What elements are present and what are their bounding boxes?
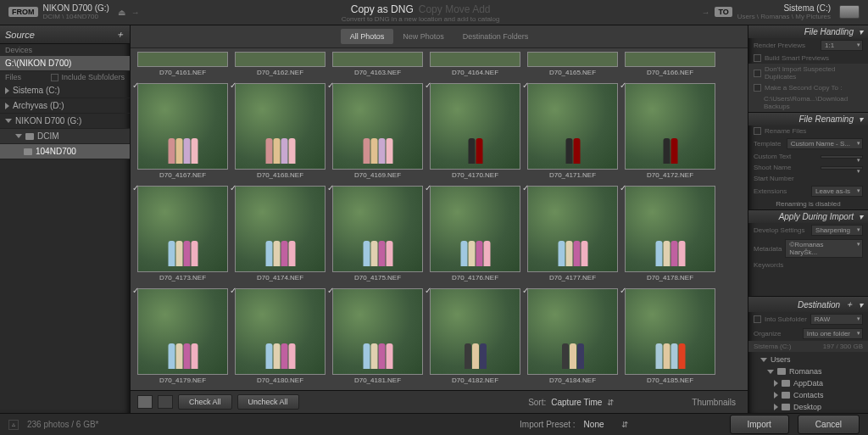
thumb-image[interactable]	[527, 83, 618, 170]
thumb-image[interactable]	[625, 52, 715, 67]
thumbnail[interactable]: ✓D70_4182.NEF	[430, 288, 520, 386]
render-previews-select[interactable]: 1:1	[821, 40, 863, 51]
import-mode-actions[interactable]: Copy Move Add	[419, 3, 491, 15]
dest-drive[interactable]: Sistema (C:)	[754, 343, 791, 350]
thumb-image[interactable]	[430, 52, 520, 67]
chevron-down-icon[interactable]: ▾	[859, 212, 863, 221]
into-subfolder-input[interactable]: RAW	[810, 314, 863, 325]
dest-contacts[interactable]: Contacts	[748, 389, 868, 401]
thumb-image[interactable]	[137, 52, 228, 67]
thumbnail[interactable]: ✓D70_4167.NEF	[137, 83, 228, 181]
thumb-image[interactable]	[527, 288, 618, 375]
dest-users[interactable]: Users	[748, 354, 868, 365]
folder-dcim[interactable]: DCIM	[0, 129, 130, 144]
thumbnail[interactable]: D70_4163.NEF	[332, 52, 423, 78]
thumb-image[interactable]	[137, 83, 228, 170]
thumbnail[interactable]: ✓D70_4178.NEF	[625, 186, 715, 283]
grid-view-icon[interactable]	[137, 395, 153, 409]
thumb-image[interactable]	[332, 83, 423, 170]
thumbnail[interactable]: D70_4161.NEF	[137, 52, 228, 78]
custom-text-input[interactable]	[821, 155, 863, 159]
drive-sistema[interactable]: Sistema (C:)	[0, 83, 130, 98]
build-smart-checkbox[interactable]	[754, 54, 761, 62]
thumbnail[interactable]: ✓D70_4176.NEF	[430, 186, 520, 283]
thumbnail[interactable]: ✓D70_4174.NEF	[235, 186, 326, 283]
import-mode-title[interactable]: Copy as DNG	[351, 3, 414, 15]
thumbnail[interactable]: D70_4162.NEF	[235, 52, 326, 78]
into-subfolder-checkbox[interactable]	[754, 315, 761, 323]
tab-destination-folders[interactable]: Destination Folders	[453, 29, 538, 44]
drive-archyvas[interactable]: Archyvas (D:)	[0, 98, 130, 114]
thumbnail[interactable]: ✓D70_4180.NEF	[235, 288, 326, 386]
thumb-image[interactable]	[332, 288, 423, 375]
check-all-button[interactable]: Check All	[178, 394, 232, 410]
chevron-down-icon[interactable]: ▾	[859, 27, 863, 36]
extensions-select[interactable]: Leave as-is	[811, 186, 863, 197]
thumb-image[interactable]	[235, 186, 326, 272]
thumb-image[interactable]	[235, 52, 326, 67]
thumb-image[interactable]	[527, 52, 618, 67]
thumb-image[interactable]	[430, 288, 520, 375]
device-row-selected[interactable]: G:\(NIKON D700)	[0, 56, 130, 71]
thumbnail[interactable]: ✓D70_4175.NEF	[332, 186, 423, 283]
thumb-image[interactable]	[430, 83, 520, 170]
thumbnail[interactable]: ✓D70_4179.NEF	[137, 288, 228, 386]
rename-files-checkbox[interactable]	[754, 127, 761, 135]
sort-value[interactable]: Capture Time	[551, 398, 602, 407]
thumbnail[interactable]: ✓D70_4177.NEF	[527, 186, 618, 283]
thumb-image[interactable]	[137, 288, 228, 375]
thumbnail[interactable]: ✓D70_4181.NEF	[332, 288, 423, 386]
thumb-image[interactable]	[137, 186, 228, 272]
cancel-button[interactable]: Cancel	[798, 415, 860, 434]
uncheck-all-button[interactable]: Uncheck All	[237, 394, 299, 410]
thumbnail[interactable]: ✓D70_4184.NEF	[527, 288, 618, 386]
organize-select[interactable]: Into one folder	[803, 328, 863, 339]
thumb-image[interactable]	[625, 186, 715, 272]
thumb-image[interactable]	[430, 186, 520, 272]
thumb-image[interactable]	[332, 186, 423, 272]
thumbnail[interactable]: ✓D70_4173.NEF	[137, 186, 228, 283]
thumbnail[interactable]: ✓D70_4172.NEF	[625, 83, 715, 181]
chevron-down-icon[interactable]: ▾	[859, 114, 863, 124]
from-device[interactable]: NIKON D700 (G:)	[43, 3, 109, 13]
plus-icon[interactable]: ＋	[845, 298, 854, 310]
thumbnail[interactable]: ✓D70_4170.NEF	[430, 83, 520, 181]
dest-romanas[interactable]: Romanas	[748, 365, 868, 377]
thumb-image[interactable]	[235, 288, 326, 375]
apply-during-import-header[interactable]: Apply During Import	[779, 212, 854, 221]
thumbnail[interactable]: D70_4165.NEF	[527, 52, 618, 78]
dest-appdata[interactable]: AppData	[748, 377, 868, 389]
thumb-image[interactable]	[235, 83, 326, 170]
second-copy-checkbox[interactable]	[754, 84, 761, 92]
no-dupes-checkbox[interactable]	[754, 70, 761, 77]
chevron-up-down-icon[interactable]: ⇵	[621, 420, 628, 429]
metadata-select[interactable]: ©Romanas NaryŠk...	[785, 239, 863, 258]
folder-104nd700[interactable]: 104ND700	[0, 144, 130, 159]
file-renaming-header[interactable]: File Renaming	[799, 114, 854, 124]
thumb-image[interactable]	[625, 83, 715, 170]
thumbnail[interactable]: ✓D70_4169.NEF	[332, 83, 423, 181]
eject-icon[interactable]: ⏏	[118, 8, 126, 16]
tab-all-photos[interactable]: All Photos	[341, 29, 394, 44]
chevron-down-icon[interactable]: ▾	[859, 300, 863, 310]
dest-desktop[interactable]: Desktop	[748, 401, 868, 413]
to-device[interactable]: Sistema (C:)	[737, 3, 831, 13]
destination-header[interactable]: Destination	[798, 300, 840, 310]
import-button[interactable]: Import	[730, 415, 789, 434]
thumbnail[interactable]: ✓D70_4168.NEF	[235, 83, 326, 181]
file-handling-header[interactable]: File Handling	[804, 27, 854, 36]
loupe-view-icon[interactable]	[158, 395, 173, 409]
thumbnail[interactable]: D70_4164.NEF	[430, 52, 520, 78]
thumb-image[interactable]	[527, 186, 618, 272]
template-select[interactable]: Custom Name - S...	[787, 138, 863, 149]
drive-nikon[interactable]: NIKON D700 (G:)	[0, 114, 130, 129]
develop-settings-select[interactable]: Sharpening	[811, 225, 863, 236]
collapse-icon[interactable]: ▵	[8, 420, 19, 430]
plus-icon[interactable]: ＋	[115, 28, 125, 41]
chevron-up-down-icon[interactable]: ⇵	[607, 398, 614, 407]
thumbnail[interactable]: ✓D70_4185.NEF	[625, 288, 715, 386]
thumbnail[interactable]: ✓D70_4171.NEF	[527, 83, 618, 181]
thumbnail[interactable]: D70_4166.NEF	[625, 52, 715, 78]
import-preset-value[interactable]: None	[584, 420, 604, 429]
tab-new-photos[interactable]: New Photos	[393, 29, 453, 44]
